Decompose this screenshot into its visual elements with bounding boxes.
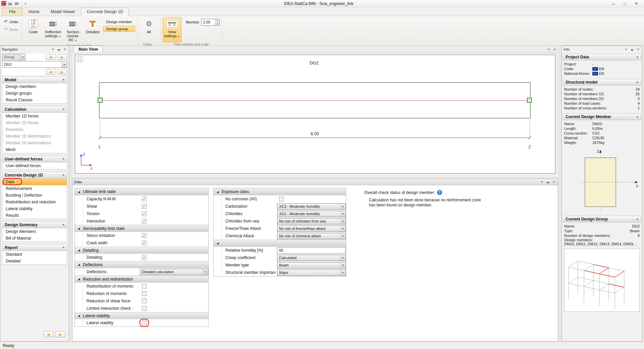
section-header-current-design-member[interactable]: Current Design Member«	[563, 113, 641, 120]
design-group-button[interactable]: Design group	[103, 26, 135, 32]
panel-dropdown-icon[interactable]: ▾	[540, 180, 544, 184]
section-header-calculation[interactable]: Calculation«	[2, 106, 67, 113]
previous-member-button[interactable]: ◀	[43, 331, 53, 337]
select-chlorides[interactable]: XD1 - Moderate humidity▼	[277, 211, 346, 217]
fit-view-button[interactable]	[76, 56, 83, 62]
first-item-button[interactable]: ◀	[46, 69, 56, 75]
section-header-design-summary[interactable]: Design Summary«	[2, 221, 67, 228]
table-group-header-exposure-class[interactable]: ◢Exposure class	[214, 188, 346, 195]
section-header-current-design-group[interactable]: Current Design Group«	[563, 216, 641, 222]
close-icon[interactable]: ✕	[63, 48, 67, 51]
pin-icon[interactable]	[546, 180, 550, 184]
checkbox-redistribution-of-moments[interactable]	[142, 284, 147, 289]
checkbox-torsion[interactable]: ✓	[142, 211, 147, 216]
design-member-button[interactable]: Design member	[103, 19, 135, 25]
table-group-header-item[interactable]: ◢	[214, 240, 346, 247]
section-header-user-defined-forces[interactable]: User-defined forces«	[2, 155, 67, 162]
qat-customize-icon[interactable]: ▾	[23, 1, 28, 6]
input-relative-humidity[interactable]	[277, 247, 346, 254]
next-member-button[interactable]: ▶	[55, 331, 65, 337]
close-pane-icon[interactable]: ✕	[552, 48, 557, 51]
checkbox-limited-interaction-check[interactable]	[142, 306, 147, 311]
section-header-project-data[interactable]: Project Data«	[563, 54, 641, 60]
pin-icon[interactable]	[57, 48, 61, 51]
group-mode-select[interactable]: Group ▼	[2, 54, 25, 60]
section-header-report[interactable]: Report«	[2, 244, 67, 251]
design-group-select[interactable]: DG2 ▼	[2, 61, 67, 68]
support-node-left[interactable]	[98, 98, 102, 102]
checkbox-reduction-of-moments[interactable]	[142, 291, 147, 296]
checkbox-crack-width[interactable]: ✓	[142, 241, 147, 245]
nav-item-result-classes[interactable]: Result Classes	[2, 97, 67, 103]
nav-item-user-defined-forces[interactable]: User-defined forces	[2, 162, 67, 169]
minimize-button[interactable]: —	[608, 1, 619, 7]
view-settings-button[interactable]: View settings ▼	[163, 17, 181, 42]
tab-file[interactable]: File	[2, 8, 22, 16]
main-view-tab[interactable]: Main View	[73, 46, 103, 53]
checkbox-no-corrosion-x0[interactable]	[279, 197, 284, 201]
nav-item-standard[interactable]: Standard	[2, 251, 67, 258]
select-carbonation[interactable]: XC3 - Moderate humidity▼	[277, 203, 346, 210]
nav-item-data[interactable]: Data	[2, 179, 67, 185]
save-icon[interactable]	[7, 1, 13, 6]
collapse-chevron-icon[interactable]: «	[62, 107, 65, 111]
nav-item-redistribution-and-reduction[interactable]: Redistribution and reduction	[2, 199, 67, 205]
spin-up-icon[interactable]: ▲	[215, 19, 219, 22]
table-group-header-detailing[interactable]: ◢Detailing	[75, 247, 208, 254]
table-group-header-reduction-and-redistribution[interactable]: ◢Reduction and redistribution	[75, 276, 208, 283]
nav-item-design-members[interactable]: Design Members	[2, 228, 67, 235]
collapse-chevron-icon[interactable]: «	[62, 173, 65, 177]
checkbox-detailing[interactable]: ✓	[142, 255, 147, 260]
tab-concrete-design-1d[interactable]: Concrete Design 1D	[81, 8, 129, 16]
collapse-chevron-icon[interactable]: «	[62, 223, 65, 227]
panel-dropdown-icon[interactable]: ▾	[51, 48, 55, 51]
last-item-button[interactable]: ▶	[57, 69, 67, 75]
spin-down-icon[interactable]: ▼	[215, 22, 219, 25]
deflection-settings-button[interactable]: 12 Deflection settings ▼	[44, 17, 62, 42]
section-header-model[interactable]: Model«	[2, 76, 67, 83]
tab-model-viewer[interactable]: Model Viewer	[45, 8, 80, 16]
section-checks-rc-button[interactable]: 12 Section checks RC ▼	[63, 17, 82, 44]
member-spinner[interactable]: ▲ ▼	[201, 19, 220, 26]
nav-item-member-1d-forces[interactable]: Member 1D forces	[2, 113, 67, 119]
checkbox-interaction[interactable]: ✓	[142, 219, 147, 223]
model-canvas[interactable]: DG2 6.00 1 2	[75, 55, 555, 173]
nav-item-design-groups[interactable]: Design groups	[2, 90, 67, 97]
nav-item-reinforcement[interactable]: Reinforcement	[2, 185, 67, 192]
app-logo-icon[interactable]	[1, 1, 6, 6]
select-freeze-thaw-attack[interactable]: No risk of freeze/thaw attack▼	[277, 226, 346, 232]
nav-item-results[interactable]: Results	[2, 212, 67, 219]
collapse-chevron-icon[interactable]: «	[62, 157, 65, 161]
close-button[interactable]: ✕	[631, 1, 642, 7]
undo-button[interactable]: ↶ Undo	[3, 19, 19, 24]
select-chlorides-from-sea[interactable]: No risk of chlorides from sea▼	[277, 218, 346, 225]
checkbox-capacity-n-m-m[interactable]: ✓	[142, 197, 147, 201]
panel-dropdown-icon[interactable]: ▾	[624, 48, 628, 51]
calculate-all-button[interactable]: ⚙ All	[140, 17, 158, 42]
nav-item-bill-of-material[interactable]: Bill of Material	[2, 235, 67, 242]
select-creep-coefficient[interactable]: Calculated▼	[277, 255, 346, 261]
code-button[interactable]: 1.15 1.50 25.8 Code	[24, 17, 43, 42]
checkbox-stress-limitation[interactable]: ✓	[142, 233, 147, 238]
maximize-button[interactable]: □	[619, 1, 631, 7]
collapse-chevron-icon[interactable]: «	[62, 78, 65, 82]
table-group-header-ultimate-limit-state[interactable]: ◢Ultimate limit state	[75, 188, 208, 195]
previous-item-button[interactable]: ◀	[46, 54, 56, 60]
close-icon[interactable]: ✕	[552, 180, 556, 184]
checkbox-shear[interactable]: ✓	[142, 204, 147, 209]
select-member-type[interactable]: Beam▼	[277, 262, 346, 268]
checkbox-reduction-of-shear-force[interactable]	[142, 299, 147, 303]
select-deflections[interactable]: Detailed calculation▼	[140, 269, 208, 275]
nav-item-buckling-deflection[interactable]: Buckling / Deflection	[2, 192, 67, 199]
select-structural-member-importance[interactable]: Major▼	[277, 269, 346, 276]
table-group-header-lateral-stability[interactable]: ◢Lateral stability	[75, 312, 208, 319]
nav-item-design-members[interactable]: Design members	[2, 83, 67, 90]
table-group-header-deflections[interactable]: ◢Deflections	[75, 261, 208, 268]
help-icon[interactable]: ?	[437, 190, 442, 195]
detailed-button[interactable]: Detailed	[83, 17, 102, 42]
nav-item-lateral-stability[interactable]: Lateral stability	[2, 205, 67, 212]
redo-button[interactable]: ↷ Redo	[3, 27, 19, 32]
pin-icon[interactable]	[630, 48, 634, 51]
member-scale-input[interactable]	[202, 19, 215, 25]
section-header-concrete-design-1d[interactable]: Concrete Design 1D«	[2, 171, 67, 179]
